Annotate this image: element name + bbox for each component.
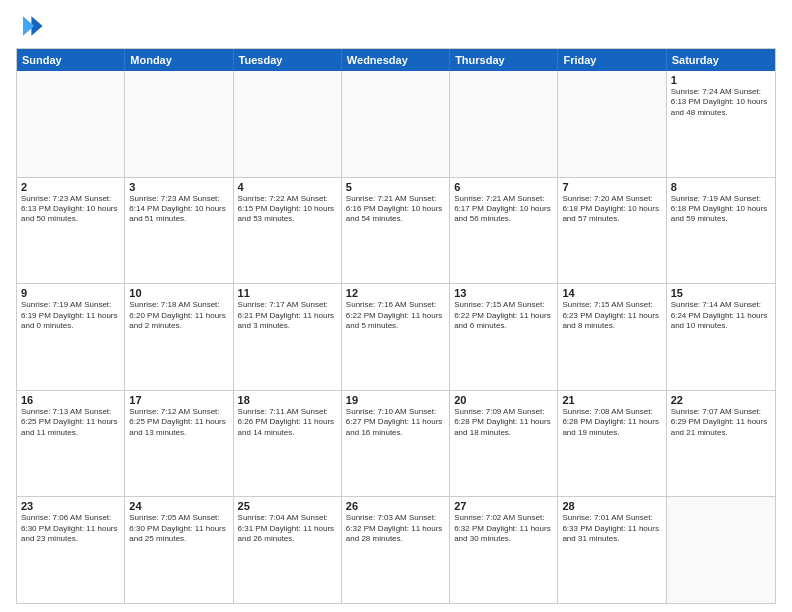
day-cell-24: 24Sunrise: 7:05 AM Sunset: 6:30 PM Dayli… [125, 497, 233, 603]
weekday-header-saturday: Saturday [667, 49, 775, 71]
day-cell-23: 23Sunrise: 7:06 AM Sunset: 6:30 PM Dayli… [17, 497, 125, 603]
day-info: Sunrise: 7:21 AM Sunset: 6:16 PM Dayligh… [346, 194, 445, 225]
day-number: 1 [671, 74, 771, 86]
day-info: Sunrise: 7:21 AM Sunset: 6:17 PM Dayligh… [454, 194, 553, 225]
day-number: 23 [21, 500, 120, 512]
logo-icon [16, 12, 44, 40]
day-cell-empty-4-6 [667, 497, 775, 603]
header [16, 12, 776, 40]
day-cell-empty-0-0 [17, 71, 125, 177]
day-cell-6: 6Sunrise: 7:21 AM Sunset: 6:17 PM Daylig… [450, 178, 558, 284]
day-info: Sunrise: 7:20 AM Sunset: 6:18 PM Dayligh… [562, 194, 661, 225]
day-cell-10: 10Sunrise: 7:18 AM Sunset: 6:20 PM Dayli… [125, 284, 233, 390]
day-cell-empty-0-4 [450, 71, 558, 177]
weekday-header-sunday: Sunday [17, 49, 125, 71]
day-cell-empty-0-3 [342, 71, 450, 177]
day-cell-5: 5Sunrise: 7:21 AM Sunset: 6:16 PM Daylig… [342, 178, 450, 284]
day-info: Sunrise: 7:07 AM Sunset: 6:29 PM Dayligh… [671, 407, 771, 438]
day-number: 10 [129, 287, 228, 299]
day-info: Sunrise: 7:24 AM Sunset: 6:13 PM Dayligh… [671, 87, 771, 118]
day-info: Sunrise: 7:10 AM Sunset: 6:27 PM Dayligh… [346, 407, 445, 438]
day-cell-8: 8Sunrise: 7:19 AM Sunset: 6:18 PM Daylig… [667, 178, 775, 284]
calendar-row-4: 23Sunrise: 7:06 AM Sunset: 6:30 PM Dayli… [17, 496, 775, 603]
day-cell-empty-0-1 [125, 71, 233, 177]
day-cell-20: 20Sunrise: 7:09 AM Sunset: 6:28 PM Dayli… [450, 391, 558, 497]
day-cell-19: 19Sunrise: 7:10 AM Sunset: 6:27 PM Dayli… [342, 391, 450, 497]
calendar: SundayMondayTuesdayWednesdayThursdayFrid… [16, 48, 776, 604]
weekday-header-thursday: Thursday [450, 49, 558, 71]
day-number: 9 [21, 287, 120, 299]
day-info: Sunrise: 7:23 AM Sunset: 6:13 PM Dayligh… [21, 194, 120, 225]
day-cell-16: 16Sunrise: 7:13 AM Sunset: 6:25 PM Dayli… [17, 391, 125, 497]
day-number: 7 [562, 181, 661, 193]
day-cell-26: 26Sunrise: 7:03 AM Sunset: 6:32 PM Dayli… [342, 497, 450, 603]
day-number: 13 [454, 287, 553, 299]
day-cell-25: 25Sunrise: 7:04 AM Sunset: 6:31 PM Dayli… [234, 497, 342, 603]
day-cell-15: 15Sunrise: 7:14 AM Sunset: 6:24 PM Dayli… [667, 284, 775, 390]
day-cell-2: 2Sunrise: 7:23 AM Sunset: 6:13 PM Daylig… [17, 178, 125, 284]
day-number: 2 [21, 181, 120, 193]
day-info: Sunrise: 7:11 AM Sunset: 6:26 PM Dayligh… [238, 407, 337, 438]
page: SundayMondayTuesdayWednesdayThursdayFrid… [0, 0, 792, 612]
day-number: 26 [346, 500, 445, 512]
day-number: 12 [346, 287, 445, 299]
day-info: Sunrise: 7:01 AM Sunset: 6:33 PM Dayligh… [562, 513, 661, 544]
day-info: Sunrise: 7:05 AM Sunset: 6:30 PM Dayligh… [129, 513, 228, 544]
weekday-header-wednesday: Wednesday [342, 49, 450, 71]
day-cell-1: 1Sunrise: 7:24 AM Sunset: 6:13 PM Daylig… [667, 71, 775, 177]
day-cell-28: 28Sunrise: 7:01 AM Sunset: 6:33 PM Dayli… [558, 497, 666, 603]
day-info: Sunrise: 7:12 AM Sunset: 6:25 PM Dayligh… [129, 407, 228, 438]
logo [16, 12, 46, 40]
day-info: Sunrise: 7:04 AM Sunset: 6:31 PM Dayligh… [238, 513, 337, 544]
day-number: 11 [238, 287, 337, 299]
day-cell-14: 14Sunrise: 7:15 AM Sunset: 6:23 PM Dayli… [558, 284, 666, 390]
day-cell-empty-0-2 [234, 71, 342, 177]
calendar-header: SundayMondayTuesdayWednesdayThursdayFrid… [17, 49, 775, 71]
day-info: Sunrise: 7:23 AM Sunset: 6:14 PM Dayligh… [129, 194, 228, 225]
day-info: Sunrise: 7:16 AM Sunset: 6:22 PM Dayligh… [346, 300, 445, 331]
day-cell-4: 4Sunrise: 7:22 AM Sunset: 6:15 PM Daylig… [234, 178, 342, 284]
day-cell-9: 9Sunrise: 7:19 AM Sunset: 6:19 PM Daylig… [17, 284, 125, 390]
day-number: 14 [562, 287, 661, 299]
day-number: 25 [238, 500, 337, 512]
day-cell-22: 22Sunrise: 7:07 AM Sunset: 6:29 PM Dayli… [667, 391, 775, 497]
day-cell-27: 27Sunrise: 7:02 AM Sunset: 6:32 PM Dayli… [450, 497, 558, 603]
day-number: 15 [671, 287, 771, 299]
day-cell-18: 18Sunrise: 7:11 AM Sunset: 6:26 PM Dayli… [234, 391, 342, 497]
day-number: 4 [238, 181, 337, 193]
calendar-row-3: 16Sunrise: 7:13 AM Sunset: 6:25 PM Dayli… [17, 390, 775, 497]
day-info: Sunrise: 7:09 AM Sunset: 6:28 PM Dayligh… [454, 407, 553, 438]
day-info: Sunrise: 7:14 AM Sunset: 6:24 PM Dayligh… [671, 300, 771, 331]
day-cell-12: 12Sunrise: 7:16 AM Sunset: 6:22 PM Dayli… [342, 284, 450, 390]
weekday-header-monday: Monday [125, 49, 233, 71]
day-info: Sunrise: 7:03 AM Sunset: 6:32 PM Dayligh… [346, 513, 445, 544]
day-info: Sunrise: 7:13 AM Sunset: 6:25 PM Dayligh… [21, 407, 120, 438]
day-info: Sunrise: 7:18 AM Sunset: 6:20 PM Dayligh… [129, 300, 228, 331]
day-info: Sunrise: 7:02 AM Sunset: 6:32 PM Dayligh… [454, 513, 553, 544]
day-cell-3: 3Sunrise: 7:23 AM Sunset: 6:14 PM Daylig… [125, 178, 233, 284]
day-number: 22 [671, 394, 771, 406]
day-info: Sunrise: 7:22 AM Sunset: 6:15 PM Dayligh… [238, 194, 337, 225]
calendar-body: 1Sunrise: 7:24 AM Sunset: 6:13 PM Daylig… [17, 71, 775, 603]
calendar-row-2: 9Sunrise: 7:19 AM Sunset: 6:19 PM Daylig… [17, 283, 775, 390]
day-number: 17 [129, 394, 228, 406]
day-number: 24 [129, 500, 228, 512]
day-number: 19 [346, 394, 445, 406]
day-number: 5 [346, 181, 445, 193]
day-cell-17: 17Sunrise: 7:12 AM Sunset: 6:25 PM Dayli… [125, 391, 233, 497]
day-info: Sunrise: 7:15 AM Sunset: 6:22 PM Dayligh… [454, 300, 553, 331]
day-info: Sunrise: 7:19 AM Sunset: 6:19 PM Dayligh… [21, 300, 120, 331]
day-number: 20 [454, 394, 553, 406]
day-info: Sunrise: 7:08 AM Sunset: 6:28 PM Dayligh… [562, 407, 661, 438]
calendar-row-0: 1Sunrise: 7:24 AM Sunset: 6:13 PM Daylig… [17, 71, 775, 177]
day-info: Sunrise: 7:06 AM Sunset: 6:30 PM Dayligh… [21, 513, 120, 544]
weekday-header-friday: Friday [558, 49, 666, 71]
day-cell-13: 13Sunrise: 7:15 AM Sunset: 6:22 PM Dayli… [450, 284, 558, 390]
day-number: 27 [454, 500, 553, 512]
day-cell-11: 11Sunrise: 7:17 AM Sunset: 6:21 PM Dayli… [234, 284, 342, 390]
weekday-header-tuesday: Tuesday [234, 49, 342, 71]
day-number: 6 [454, 181, 553, 193]
calendar-row-1: 2Sunrise: 7:23 AM Sunset: 6:13 PM Daylig… [17, 177, 775, 284]
day-info: Sunrise: 7:19 AM Sunset: 6:18 PM Dayligh… [671, 194, 771, 225]
day-cell-7: 7Sunrise: 7:20 AM Sunset: 6:18 PM Daylig… [558, 178, 666, 284]
